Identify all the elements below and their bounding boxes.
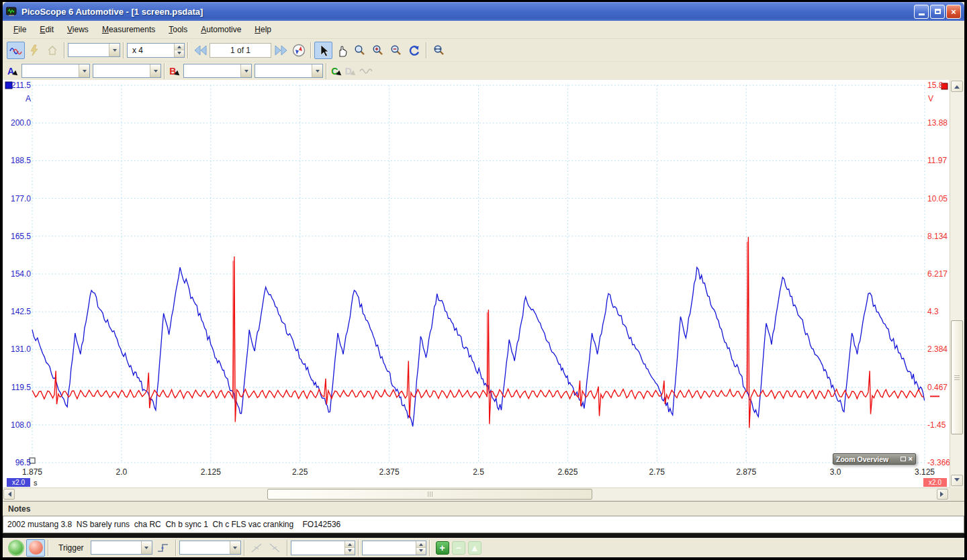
notes-header: Notes bbox=[3, 501, 964, 516]
go-button[interactable] bbox=[8, 540, 24, 556]
prev-waveform-button[interactable] bbox=[191, 42, 210, 59]
channel-b-range-dropdown[interactable] bbox=[183, 64, 252, 78]
close-button[interactable]: × bbox=[946, 5, 961, 19]
trigger-channel-dropdown[interactable] bbox=[179, 541, 241, 555]
scroll-right-button[interactable] bbox=[937, 489, 948, 500]
pretrigger-down-button[interactable] bbox=[416, 548, 426, 555]
trigger-mode-arrow-icon[interactable] bbox=[141, 541, 152, 554]
zoom-factor-spinner[interactable]: x 4 bbox=[127, 43, 185, 58]
falling-slope-button[interactable] bbox=[266, 539, 284, 557]
scope-graph[interactable] bbox=[3, 80, 950, 488]
menu-item-edit[interactable]: Edit bbox=[33, 22, 60, 37]
select-tool-button[interactable] bbox=[314, 42, 332, 59]
menu-item-views[interactable]: Views bbox=[60, 22, 95, 37]
add-measurement-button[interactable]: + bbox=[436, 541, 449, 555]
x-axis-zoom-badge-left: x2.0 bbox=[7, 478, 30, 487]
scroll-down-button[interactable] bbox=[951, 475, 963, 486]
trigger-mode-dropdown[interactable] bbox=[91, 541, 152, 555]
zoom-overview-close-icon[interactable]: × bbox=[909, 455, 913, 463]
channel-a-range-arrow-icon[interactable] bbox=[79, 64, 89, 77]
app-window: PicoScope 6 Automotive - [1 screen.psdat… bbox=[3, 2, 964, 557]
zoom-full-icon bbox=[433, 44, 445, 56]
menu-item-tools[interactable]: Tools bbox=[162, 22, 194, 37]
left-axis-tick: 177.0 bbox=[3, 194, 31, 203]
stop-button[interactable] bbox=[26, 539, 45, 557]
notes-field[interactable]: 2002 mustang 3.8 NS barely runs cha RC C… bbox=[3, 516, 964, 533]
horizontal-scrollbar[interactable] bbox=[3, 487, 950, 500]
remove-measurement-button[interactable]: − bbox=[452, 541, 465, 555]
next-waveform-button[interactable] bbox=[271, 42, 289, 59]
marquee-zoom-button[interactable] bbox=[351, 42, 369, 59]
preset-dropdown[interactable] bbox=[68, 43, 120, 57]
threshold-down-button[interactable] bbox=[345, 548, 355, 555]
channel-c-button[interactable]: C bbox=[330, 65, 343, 77]
channel-a-range-dropdown[interactable] bbox=[21, 64, 90, 78]
hand-icon bbox=[336, 44, 348, 57]
left-axis-tick: 119.5 bbox=[3, 383, 31, 392]
horizontal-scroll-thumb[interactable] bbox=[267, 489, 592, 500]
preset-dropdown-arrow-icon[interactable] bbox=[109, 44, 120, 56]
window-title: PicoScope 6 Automotive - [1 screen.psdat… bbox=[21, 7, 203, 17]
main-toolbar: x 4 1 of 1 bbox=[3, 39, 964, 62]
prev-waveform-icon bbox=[194, 45, 208, 56]
undo-zoom-button[interactable] bbox=[405, 42, 423, 59]
restore-button[interactable] bbox=[930, 5, 945, 19]
scope-plot-panel[interactable]: 211.5200.0188.5177.0165.5154.0142.5131.0… bbox=[3, 80, 950, 488]
channel-d-button[interactable]: D bbox=[343, 65, 357, 77]
right-axis-tick: -1.45 bbox=[927, 420, 946, 430]
menu-item-automotive[interactable]: Automotive bbox=[194, 22, 248, 37]
scroll-up-button[interactable] bbox=[951, 81, 963, 92]
menu-item-file[interactable]: File bbox=[7, 22, 33, 37]
math-channels-button[interactable] bbox=[357, 62, 375, 80]
undo-arrow-icon bbox=[408, 44, 420, 56]
left-axis-tick: 165.5 bbox=[3, 232, 31, 241]
trigger-channel-arrow-icon[interactable] bbox=[230, 541, 240, 554]
channel-b-probe-arrow-icon[interactable] bbox=[312, 64, 322, 77]
zoom-factor-up-button[interactable] bbox=[175, 44, 184, 51]
zoom-out-button[interactable] bbox=[387, 42, 405, 59]
x-axis-tick: 2.125 bbox=[189, 467, 232, 477]
scroll-left-button[interactable] bbox=[3, 489, 15, 500]
channel-a-trace bbox=[32, 267, 925, 426]
vertical-scroll-thumb[interactable] bbox=[951, 320, 963, 434]
zoom-out-icon bbox=[390, 44, 402, 56]
right-axis-tick: 6.217 bbox=[927, 269, 948, 279]
trigger-threshold-spinner[interactable] bbox=[291, 541, 355, 555]
rising-slope-button[interactable] bbox=[248, 539, 266, 557]
channels-toolbar: A B C D bbox=[3, 62, 964, 80]
app-icon bbox=[6, 7, 17, 17]
channel-b-button[interactable]: B bbox=[168, 65, 181, 77]
menu-item-help[interactable]: Help bbox=[248, 22, 278, 37]
right-axis-tick: 2.384 bbox=[927, 344, 948, 354]
channel-a-probe-dropdown[interactable] bbox=[93, 64, 161, 78]
channel-a-probe-arrow-icon[interactable] bbox=[150, 64, 160, 77]
minimize-button[interactable] bbox=[914, 5, 929, 19]
vertical-scrollbar[interactable] bbox=[950, 80, 964, 487]
menu-item-measurements[interactable]: Measurements bbox=[95, 22, 162, 37]
channel-b-probe-dropdown[interactable] bbox=[255, 64, 323, 78]
left-axis-tick: 142.5 bbox=[3, 307, 31, 316]
home-button[interactable] bbox=[43, 42, 61, 59]
x-axis-tick: 1.875 bbox=[11, 467, 54, 477]
left-axis-tick: 211.5 bbox=[3, 81, 31, 90]
zoom-overview-window[interactable]: Zoom Overview × bbox=[833, 453, 916, 465]
trigger-source-button[interactable] bbox=[154, 539, 173, 557]
pretrigger-spinner[interactable] bbox=[362, 541, 426, 555]
x-axis-zoom-badge-right: x2.0 bbox=[923, 478, 947, 487]
zoom-marquee-icon bbox=[354, 44, 366, 56]
buffer-navigator-button[interactable] bbox=[289, 42, 308, 59]
waveform-buffer-button[interactable] bbox=[7, 42, 25, 59]
edit-measurement-button[interactable]: ▲ bbox=[468, 541, 481, 555]
zoom-overview-undock-icon[interactable] bbox=[901, 457, 906, 461]
threshold-up-button[interactable] bbox=[345, 541, 355, 549]
channel-b-range-arrow-icon[interactable] bbox=[240, 64, 251, 77]
waveform-buffer-icon bbox=[9, 46, 23, 55]
zoom-in-button[interactable] bbox=[369, 42, 387, 59]
zoom-factor-down-button[interactable] bbox=[175, 50, 184, 57]
measure-wand-button[interactable] bbox=[25, 42, 43, 59]
channel-a-button[interactable]: A bbox=[6, 65, 19, 77]
pretrigger-up-button[interactable] bbox=[416, 541, 426, 549]
pan-tool-button[interactable] bbox=[332, 42, 351, 59]
zoom-full-button[interactable] bbox=[430, 42, 448, 59]
right-axis-tick: 11.97 bbox=[927, 156, 947, 165]
